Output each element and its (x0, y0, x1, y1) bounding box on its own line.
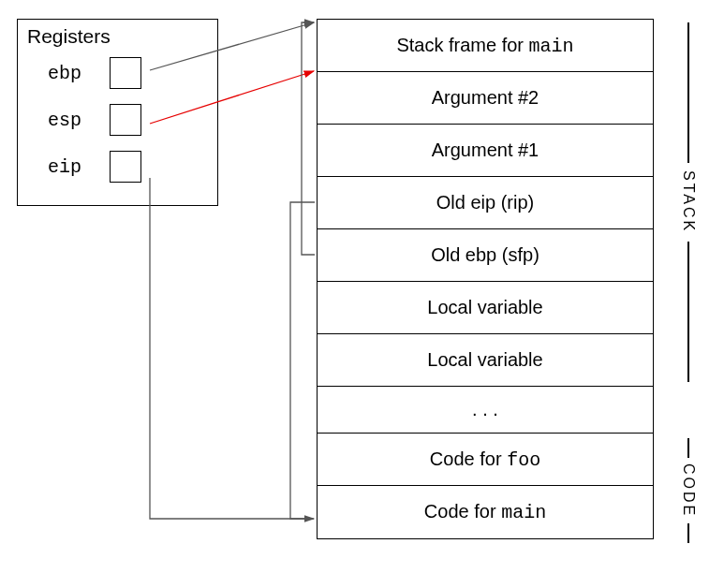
row-text: Code for foo (430, 448, 540, 471)
row-code-main: Code for main (318, 486, 653, 538)
row-text: Stack frame for main (396, 35, 573, 57)
row-local1: Local variable (318, 282, 653, 334)
arrow-eip-to-code-main (150, 178, 314, 519)
bracket-old-eip (290, 202, 315, 519)
registers-title: Registers (27, 25, 208, 48)
row-main-frame: Stack frame for main (318, 20, 653, 72)
register-row-esp: esp (48, 104, 208, 136)
row-local2: Local variable (318, 334, 653, 387)
registers-panel: Registers ebp esp eip (17, 19, 218, 206)
register-label-ebp: ebp (48, 63, 93, 84)
side-label-code: CODE (680, 438, 697, 543)
register-row-eip: eip (48, 151, 208, 183)
register-label-esp: esp (48, 110, 93, 131)
row-text: Code for main (424, 501, 546, 523)
side-label-code-text: CODE (680, 463, 697, 518)
register-row-ebp: ebp (48, 57, 208, 89)
side-label-stack: STACK (680, 19, 697, 386)
row-old-eip: Old eip (rip) (318, 177, 653, 229)
row-arg1: Argument #1 (318, 125, 653, 177)
memory-table: Stack frame for main Argument #2 Argumen… (317, 19, 654, 539)
side-label-stack-text: STACK (680, 170, 697, 233)
row-ellipsis: . . . (318, 387, 653, 434)
bracket-old-ebp (302, 22, 315, 255)
row-arg2: Argument #2 (318, 72, 653, 125)
register-cell-eip (110, 151, 141, 183)
row-old-ebp: Old ebp (sfp) (318, 229, 653, 282)
register-cell-ebp (110, 57, 141, 89)
row-code-foo: Code for foo (318, 434, 653, 486)
register-cell-esp (110, 104, 141, 136)
register-label-eip: eip (48, 156, 93, 178)
